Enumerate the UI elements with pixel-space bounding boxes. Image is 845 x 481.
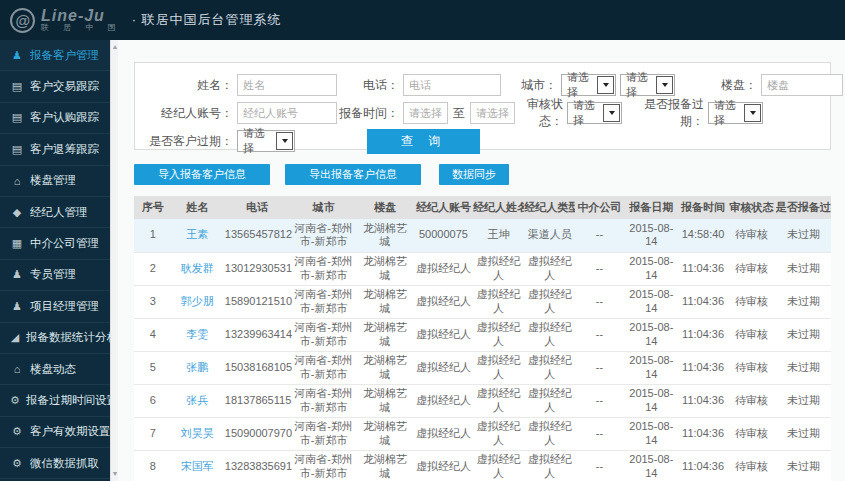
- agent-account-input[interactable]: [237, 102, 337, 124]
- table-cell: 未过期: [776, 219, 831, 252]
- table-cell: 河南省-郑州市-新郑市: [291, 252, 356, 285]
- building-icon: ▦: [10, 237, 24, 250]
- sidebar-item-gear[interactable]: ⚙微信数据抓取: [0, 448, 118, 479]
- import-customers-button[interactable]: 导入报备客户信息: [134, 164, 270, 185]
- sidebar-item-label: 楼盘管理: [30, 173, 76, 188]
- sidebar-item-user[interactable]: ♟报备客户管理: [0, 40, 118, 71]
- toolbar: 导入报备客户信息 导出报备客户信息 数据同步: [134, 164, 831, 185]
- filter-row-2: 经纪人账号： 报备时间： 至 审核状态： 请选择 是否报备过期： 请选择: [135, 100, 830, 126]
- table-cell: 未过期: [776, 318, 831, 351]
- table-cell: 龙湖棉艺城: [356, 285, 414, 318]
- user-icon: ♟: [10, 300, 24, 313]
- sidebar-scrollbar[interactable]: ▲ ▼: [110, 40, 118, 481]
- table-cell: 虚拟经纪人: [524, 351, 575, 384]
- table-cell: 2: [134, 252, 172, 285]
- table-cell: 待审核: [727, 384, 775, 417]
- customer-expired-label: 是否客户过期：: [135, 133, 237, 150]
- building-input[interactable]: [761, 74, 843, 96]
- table-cell: 河南省-郑州市-新郑市: [291, 219, 356, 252]
- sidebar-item-coins[interactable]: ▤客户退筹跟踪: [0, 134, 118, 165]
- phone-input[interactable]: [403, 74, 501, 96]
- table-cell: 待审核: [727, 351, 775, 384]
- table-row: 4李雯13239963414河南省-郑州市-新郑市龙湖棉艺城虚拟经纪人虚拟经纪人…: [134, 318, 831, 351]
- sidebar-item-user[interactable]: ♟专员管理: [0, 260, 118, 291]
- column-header: 经纪人类型: [524, 196, 575, 219]
- chevron-down-icon: [744, 104, 761, 122]
- table-cell: 11:04:36: [679, 318, 727, 351]
- report-time-start-input[interactable]: [403, 102, 448, 124]
- header: @ Line-Ju 联 居 中 国 · 联居中国后台管理系统: [0, 0, 845, 40]
- sidebar-item-label: 客户有效期设置: [30, 424, 111, 439]
- table-row: 1王素13565457812河南省-郑州市-新郑市龙湖棉艺城50000075王坤…: [134, 219, 831, 252]
- table-cell: 待审核: [727, 417, 775, 450]
- customer-name-link[interactable]: 李雯: [172, 318, 223, 351]
- table-cell: 河南省-郑州市-新郑市: [291, 450, 356, 481]
- sidebar-item-user[interactable]: ♟项目经理管理: [0, 291, 118, 322]
- sidebar-item-bank[interactable]: ⌂楼盘管理: [0, 166, 118, 197]
- customer-name-link[interactable]: 耿发群: [172, 252, 223, 285]
- customer-name-link[interactable]: 张鹏: [172, 351, 223, 384]
- data-sync-button[interactable]: 数据同步: [439, 164, 509, 185]
- sidebar-item-label: 客户交易跟踪: [30, 79, 99, 94]
- sidebar-item-chart[interactable]: ◢报备数据统计分析: [0, 323, 118, 354]
- table-header-row: 序号姓名电话城市楼盘经纪人账号经纪人姓名经纪人类型中介公司报备日期报备时间审核状…: [134, 196, 831, 219]
- table-cell: 王坤: [473, 219, 524, 252]
- customer-name-link[interactable]: 刘昊昊: [172, 417, 223, 450]
- table-cell: 虚拟经纪人: [473, 252, 524, 285]
- table-cell: 待审核: [727, 219, 775, 252]
- table-cell: 虚拟经纪人: [414, 351, 473, 384]
- customer-name-link[interactable]: 张兵: [172, 384, 223, 417]
- city-city-select[interactable]: 请选择: [620, 74, 675, 96]
- table-cell: 13012930531: [223, 252, 292, 285]
- column-header: 电话: [223, 196, 292, 219]
- audit-status-select[interactable]: 请选择: [567, 102, 622, 124]
- search-button[interactable]: 查 询: [367, 129, 480, 154]
- name-input[interactable]: [237, 74, 337, 96]
- table-cell: 2015-08-14: [624, 318, 679, 351]
- table-cell: 1: [134, 219, 172, 252]
- at-circle-icon: @: [10, 8, 35, 33]
- city-province-select[interactable]: 请选择: [561, 74, 616, 96]
- sidebar-item-coins[interactable]: ▤客户交易跟踪: [0, 71, 118, 102]
- customer-expired-value: 请选择: [238, 126, 275, 156]
- report-time-separator: 至: [453, 105, 465, 122]
- table-cell: 未过期: [776, 252, 831, 285]
- report-expired-select[interactable]: 请选择: [708, 102, 763, 124]
- sidebar-item-bank[interactable]: ⌂楼盘动态: [0, 354, 118, 385]
- table-row: 6张兵18137865115河南省-郑州市-新郑市龙湖棉艺城虚拟经纪人虚拟经纪人…: [134, 384, 831, 417]
- sidebar-item-gear[interactable]: ⚙报备过期时间设置: [0, 385, 118, 416]
- table-cell: 虚拟经纪人: [414, 384, 473, 417]
- chevron-down-icon: [597, 76, 614, 94]
- column-header: 报备时间: [679, 196, 727, 219]
- coins-icon: ▤: [10, 111, 24, 124]
- customer-expired-select[interactable]: 请选择: [237, 130, 295, 152]
- column-header: 经纪人姓名: [473, 196, 524, 219]
- filter-panel: 姓名： 电话： 城市： 请选择 请选择 楼盘： 经纪人账号： 报备时间： 至 审…: [134, 62, 831, 150]
- customer-name-link[interactable]: 王素: [172, 219, 223, 252]
- table-cell: --: [575, 384, 623, 417]
- table-cell: 龙湖棉艺城: [356, 450, 414, 481]
- table-cell: 虚拟经纪人: [473, 285, 524, 318]
- table-cell: --: [575, 285, 623, 318]
- sidebar-item-label: 中介公司管理: [30, 236, 99, 251]
- column-header: 审核状态: [727, 196, 775, 219]
- table-cell: 虚拟经纪人: [473, 351, 524, 384]
- sidebar-item-coins[interactable]: ▤客户认购跟踪: [0, 103, 118, 134]
- table-cell: 7: [134, 417, 172, 450]
- export-customers-button[interactable]: 导出报备客户信息: [285, 164, 421, 185]
- table-row: 7刘昊昊15090007970河南省-郑州市-新郑市龙湖棉艺城虚拟经纪人虚拟经纪…: [134, 417, 831, 450]
- sidebar-item-gear[interactable]: ⚙客户有效期设置: [0, 417, 118, 448]
- filter-row-1: 姓名： 电话： 城市： 请选择 请选择 楼盘：: [135, 72, 830, 98]
- gear-icon: ⚙: [10, 457, 24, 470]
- customer-name-link[interactable]: 郭少朋: [172, 285, 223, 318]
- table-cell: 河南省-郑州市-新郑市: [291, 318, 356, 351]
- customer-name-link[interactable]: 宋国军: [172, 450, 223, 481]
- chart-icon: ◢: [10, 331, 20, 344]
- sidebar-item-building[interactable]: ▦中介公司管理: [0, 228, 118, 259]
- report-time-end-input[interactable]: [470, 102, 515, 124]
- table-cell: 龙湖棉艺城: [356, 318, 414, 351]
- sidebar-item-label: 报备数据统计分析: [26, 330, 118, 345]
- sidebar-item-label: 报备客户管理: [30, 48, 99, 63]
- sidebar-item-tag[interactable]: ◆经纪人管理: [0, 197, 118, 228]
- table-cell: 6: [134, 384, 172, 417]
